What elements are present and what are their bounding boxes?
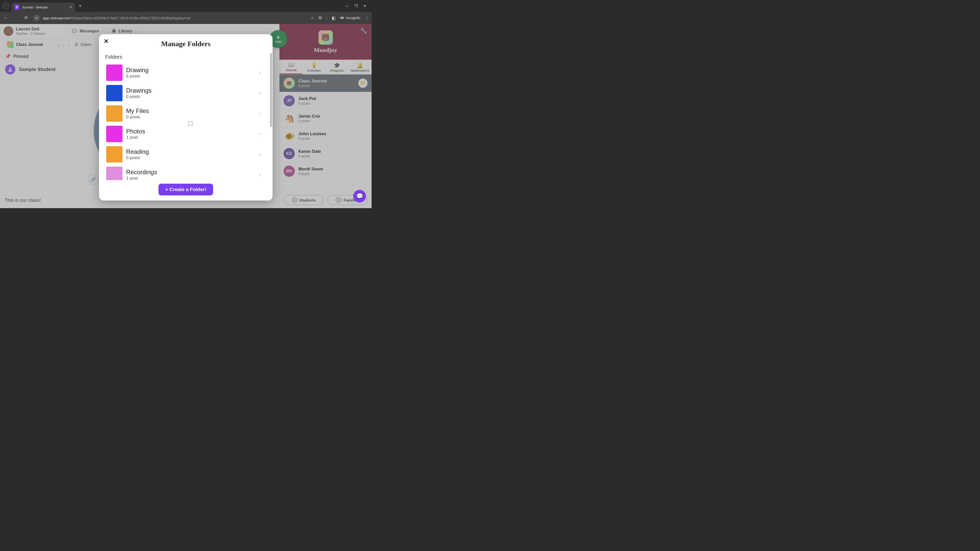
create-folder-label: + Create a Folder! — [165, 187, 206, 192]
scrollbar-thumb[interactable] — [270, 53, 272, 127]
address-bar[interactable]: ⇋ app.seesaw.me/#/class/class.e01bf4c2-9… — [33, 14, 307, 21]
folder-post-count: 1 post — [126, 176, 157, 180]
chevron-right-icon: › — [259, 132, 260, 136]
site-info-icon[interactable]: ⇋ — [33, 14, 40, 21]
url-text: app.seesaw.me/#/class/class.e01bf4c2-9a2… — [43, 16, 190, 20]
folder-post-count: 0 posts — [126, 114, 149, 120]
reload-button[interactable]: ⟳ — [23, 15, 29, 21]
incognito-icon: 🕶 — [340, 16, 344, 20]
folder-row[interactable]: Recordings1 post› — [105, 165, 266, 180]
modal-body[interactable]: Folders Drawing5 posts›Drawings0 posts›M… — [99, 51, 272, 180]
extensions-icon[interactable]: ⧉ — [319, 16, 321, 20]
window-controls: ― ❐ ✕ — [345, 4, 369, 8]
folder-name: Recordings — [126, 168, 157, 176]
chevron-right-icon: › — [259, 152, 260, 157]
browser-menu-icon[interactable]: ⋮ — [365, 16, 369, 21]
chevron-right-icon: › — [259, 172, 260, 177]
folder-color-swatch — [106, 85, 123, 101]
maximize-icon[interactable]: ❐ — [355, 4, 358, 8]
folder-row[interactable]: Drawing5 posts› — [105, 62, 266, 83]
folder-color-swatch — [106, 146, 123, 162]
folder-name: Drawing — [126, 67, 148, 74]
folder-post-count: 5 posts — [126, 74, 148, 79]
forward-button[interactable]: → — [13, 15, 19, 21]
side-panel-icon[interactable]: ◧ — [332, 16, 336, 21]
minimize-icon[interactable]: ― — [345, 4, 349, 8]
manage-folders-modal: ✕ Manage Folders Folders Drawing5 posts›… — [99, 34, 272, 200]
folder-row[interactable]: My Files0 posts› — [105, 103, 266, 124]
seesaw-favicon: S — [14, 5, 19, 10]
folder-name: Photos — [126, 128, 145, 135]
incognito-badge: 🕶 Incognito — [340, 16, 360, 20]
back-button[interactable]: ← — [3, 15, 9, 21]
folder-post-count: 0 posts — [126, 156, 149, 160]
folder-row[interactable]: Photos1 post› — [105, 124, 266, 144]
folders-section-label: Folders — [105, 54, 266, 60]
folder-name: My Files — [126, 107, 149, 114]
tab-title: Journal - Seesaw — [22, 5, 67, 9]
chevron-down-icon: ⌄ — [4, 3, 8, 8]
close-modal-button[interactable]: ✕ — [103, 38, 109, 45]
folder-color-swatch — [106, 105, 123, 122]
folder-post-count: 1 post — [126, 135, 145, 140]
folder-row[interactable]: Reading0 posts› — [105, 144, 266, 165]
folder-name: Drawings — [126, 87, 151, 94]
bookmark-icon[interactable]: ☆ — [310, 16, 314, 21]
folder-color-swatch — [106, 167, 123, 180]
browser-tab-strip: ⌄ S Journal - Seesaw × + ― ❐ ✕ — [0, 0, 372, 12]
chevron-right-icon: › — [259, 111, 260, 116]
folder-color-swatch — [106, 126, 123, 142]
close-window-icon[interactable]: ✕ — [363, 4, 366, 8]
browser-tab[interactable]: S Journal - Seesaw × — [11, 3, 75, 12]
modal-title: Manage Folders — [99, 40, 272, 48]
chevron-right-icon: › — [259, 91, 260, 95]
folder-name: Reading — [126, 148, 149, 156]
chevron-right-icon: › — [259, 70, 260, 75]
new-tab-button[interactable]: + — [79, 3, 82, 9]
folder-post-count: 0 posts — [126, 94, 151, 99]
chat-icon: 💬 — [356, 193, 363, 200]
tab-search-button[interactable]: ⌄ — [2, 2, 10, 10]
close-icon[interactable]: × — [70, 5, 72, 10]
chat-fab[interactable]: 💬 — [353, 190, 366, 203]
browser-toolbar: ← → ⟳ ⇋ app.seesaw.me/#/class/class.e01b… — [0, 12, 372, 24]
folder-row[interactable]: Drawings0 posts› — [105, 83, 266, 103]
folder-color-swatch — [106, 65, 123, 81]
create-folder-button[interactable]: + Create a Folder! — [159, 184, 213, 195]
